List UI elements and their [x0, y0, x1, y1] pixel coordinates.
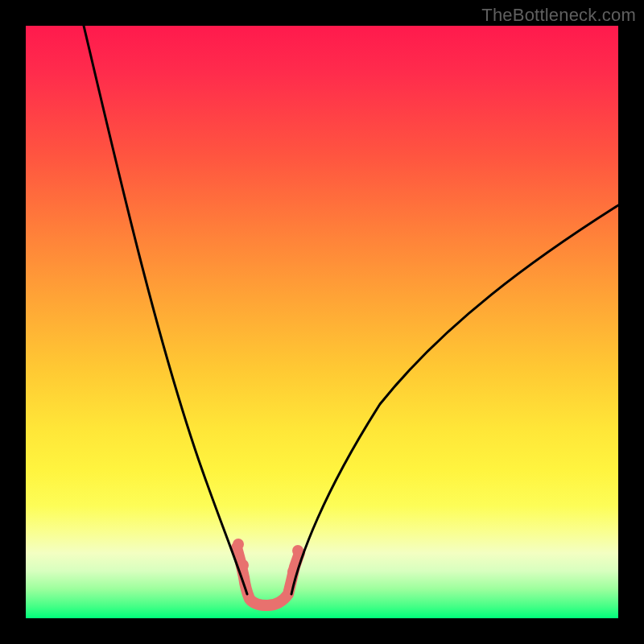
trough-bead [233, 539, 244, 550]
watermark-text: TheBottleneck.com [481, 5, 636, 26]
plot-area [26, 26, 618, 618]
trough-segment [237, 547, 299, 605]
right-curve [291, 205, 618, 594]
chart-frame: TheBottleneck.com [0, 0, 644, 644]
left-curve [84, 26, 247, 594]
curve-layer [26, 26, 618, 618]
